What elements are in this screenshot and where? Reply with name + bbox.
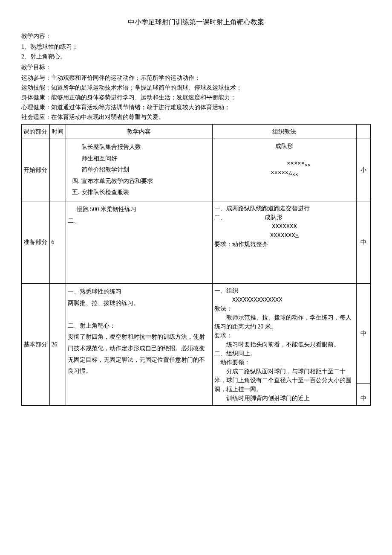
start-c5: 安排队长检查服装	[81, 187, 210, 198]
prep-m2a: 二、	[214, 214, 226, 221]
prep-m4: XXXXXXX△	[214, 231, 355, 240]
prep-time: 6	[49, 201, 66, 283]
start-c2: 师生相互问好	[81, 153, 210, 165]
start-formation-title: 成队形	[214, 142, 355, 151]
th-method: 组织教法	[212, 125, 357, 139]
prep-num2: 二、	[68, 215, 210, 227]
start-c4: 宣布本单元教学内容和要求	[81, 176, 210, 187]
basic-m4: 教师示范推、拉、拨球的动作，学生练习，每人练习的距离大约 20 米。	[214, 313, 355, 331]
basic-m3: 教法：	[214, 304, 355, 313]
basic-m9: 分成二路纵队面对球门，与球门相距十至二十米，球门上角设有二个直径六十至一百公分大…	[214, 367, 355, 394]
basic-m8: 动作要领：	[214, 358, 355, 367]
start-num4: 四.	[68, 176, 81, 187]
row-start: 开始部分 队长整队集合报告人数 师生相互问好 简单介绍教学计划 四.宣布本单元教…	[22, 139, 371, 201]
basic-m2: XXXXXXXXXXXXXX	[214, 295, 355, 304]
start-intensity: 小	[357, 139, 371, 201]
heading-content: 教学内容：	[21, 32, 371, 41]
basic-m6: 练习时要抬头向前看，不能低头只看眼前。	[214, 340, 355, 349]
goal-1: 运动参与：主动观察和评价同伴的运动动作；示范所学的运动动作；	[21, 73, 371, 82]
basic-m10: 训练时用脚背内侧射球门的近上	[214, 394, 355, 403]
th-part: 课的部分	[22, 125, 50, 139]
start-m-line1: ×××××	[287, 160, 305, 166]
th-intensity	[357, 125, 371, 139]
th-time: 时间	[49, 125, 66, 139]
start-part: 开始部分	[22, 139, 50, 201]
goal-5: 社会适应：在体育活动中表现出对弱者的尊重与关爱。	[21, 113, 371, 122]
goal-4: 心理健康：知道通过体育活动等方法调节情绪；敢于进行难度较大的体育活动；	[21, 103, 371, 112]
start-method: 成队形 ××××××× ×××××△××	[212, 139, 357, 201]
start-m-line2b: ××	[292, 171, 298, 177]
basic-method: 一、组织 XXXXXXXXXXXXXX 教法： 教师示范推、拉、拨球的动作，学生…	[212, 283, 357, 405]
prep-c1: 慢跑 500 米柔韧性练习	[68, 204, 210, 215]
basic-content: 一、熟悉球性的练习 两脚推、拉、拨球的练习。 二、射上角靶心： 贯彻了射四角，凌…	[66, 283, 212, 405]
document-title: 中小学足球射门训练第一课时射上角靶心教案	[21, 17, 371, 27]
prep-content: 慢跑 500 米柔韧性练习 二、	[66, 201, 212, 283]
start-c1: 队长整队集合报告人数	[81, 142, 210, 153]
table-header-row: 课的部分 时间 教学内容 组织教法	[22, 125, 371, 139]
prep-intensity: 中	[357, 201, 371, 283]
heading-goal: 教学目标：	[21, 63, 371, 72]
content-item-2: 2、射上角靶心。	[21, 52, 371, 61]
th-content: 教学内容	[66, 125, 212, 139]
goal-2: 运动技能：知道所学的足球运动技术术语；掌握足球简单的踢球、停球及运球技术；	[21, 83, 371, 92]
lesson-table: 课的部分 时间 教学内容 组织教法 开始部分 队长整队集合报告人数 师生相互问好…	[21, 124, 371, 406]
prep-m5: 要求：动作规范整齐	[214, 240, 355, 249]
basic-c3: 二、射上角靶心：	[68, 320, 210, 332]
start-time	[49, 139, 66, 201]
start-c3: 简单介绍教学计划	[81, 164, 210, 176]
start-m-line2: ×××××△	[271, 169, 292, 176]
basic-m5: 要求：	[214, 331, 355, 340]
basic-part: 基本部分	[22, 283, 50, 405]
prep-m1: 一、成两路纵队绕跑道跑走交替进行	[214, 204, 355, 213]
start-content: 队长整队集合报告人数 师生相互问好 简单介绍教学计划 四.宣布本单元教学内容和要…	[66, 139, 212, 201]
start-num5: 五.	[68, 187, 81, 198]
row-basic: 基本部分 26 一、熟悉球性的练习 两脚推、拉、拨球的练习。 二、射上角靶心： …	[22, 283, 371, 383]
goal-3: 身体健康：能够用正确的身体姿势进行学习、运动和生活；发展速度和平衡能力；	[21, 93, 371, 102]
basic-c2: 两脚推、拉、拨球的练习。	[68, 298, 210, 309]
row-prep: 准备部分 6 慢跑 500 米柔韧性练习 二、 一、成两路纵队绕跑道跑走交替进行…	[22, 201, 371, 283]
basic-c1: 一、熟悉球性的练习	[68, 286, 210, 298]
start-formation: ××××××× ×××××△××	[214, 151, 355, 186]
prep-method: 一、成两路纵队绕跑道跑走交替进行 二、成队形 XXXXXXX XXXXXXX△ …	[212, 201, 357, 283]
basic-time: 26	[49, 283, 66, 405]
prep-m2b: 成队形	[265, 214, 282, 221]
basic-c4: 贯彻了射四角，凌空射和对抗中射的训练方法，使射门技术规范化，动作定步形成自己的绝…	[68, 331, 210, 377]
content-item-1: 1、熟悉球性的练习；	[21, 42, 371, 51]
basic-intensity: 中	[357, 283, 371, 383]
basic-intensity2: 中	[357, 383, 371, 405]
prep-part: 准备部分	[22, 201, 50, 283]
basic-m7: 二、组织同上。	[214, 349, 355, 358]
start-m-line1b: ××	[305, 162, 311, 168]
prep-m3: XXXXXXX	[214, 222, 355, 231]
basic-m1: 一、组织	[214, 286, 355, 295]
